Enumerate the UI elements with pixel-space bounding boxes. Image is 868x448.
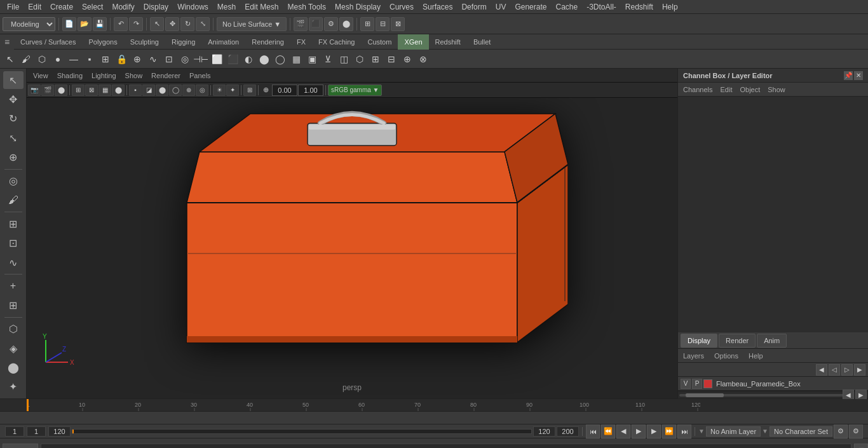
menu-redshift[interactable]: Redshift — [621, 1, 658, 13]
extrude-icon[interactable]: ⬡ — [352, 51, 367, 67]
rotate-tool-icon[interactable]: ↻ — [180, 17, 194, 31]
misc4-btn[interactable]: ✦ — [3, 378, 24, 396]
open-file-icon[interactable]: 📂 — [78, 17, 92, 31]
menu-mesh-display[interactable]: Mesh Display — [330, 1, 385, 13]
frame-field-1[interactable] — [5, 426, 24, 437]
menu-file[interactable]: File — [3, 1, 24, 13]
tab-render[interactable]: Render — [719, 334, 756, 348]
prev-frame-btn[interactable]: ◀ — [616, 424, 630, 438]
command-line-input[interactable] — [41, 444, 851, 449]
tab-edit[interactable]: Edit — [717, 85, 735, 95]
tab-animation[interactable]: Animation — [201, 34, 245, 50]
snap-to-point-icon[interactable]: ⊡ — [161, 51, 177, 67]
snap-pt-btn[interactable]: ⊡ — [3, 234, 24, 252]
menu-cache[interactable]: Cache — [551, 1, 582, 13]
tab-show[interactable]: Show — [765, 85, 788, 95]
options-menu[interactable]: Options — [712, 351, 741, 361]
face-mode-icon[interactable]: ▪ — [82, 51, 97, 67]
render-ball-icon[interactable]: ⬤ — [339, 17, 353, 31]
skip-to-end-btn[interactable]: ⏭ — [677, 424, 691, 438]
menu-modify[interactable]: Modify — [107, 1, 139, 13]
tab-fx[interactable]: FX — [290, 34, 312, 50]
layer-fwd-btn[interactable]: ▷ — [841, 364, 853, 376]
menu-display[interactable]: Display — [139, 1, 173, 13]
menu-edit[interactable]: Edit — [24, 1, 46, 13]
tab-rendering[interactable]: Rendering — [245, 34, 290, 50]
menu-help[interactable]: Help — [658, 1, 682, 13]
tab-xgen[interactable]: XGen — [398, 34, 428, 50]
vp-menu-renderer[interactable]: Renderer — [147, 71, 184, 81]
layer-scrollbar[interactable]: ◀ ▶ — [678, 391, 868, 398]
vp-menu-show[interactable]: Show — [121, 71, 147, 81]
weld-icon[interactable]: ⊕ — [400, 51, 415, 67]
channel-pin-btn[interactable]: 📌 — [844, 71, 853, 80]
menu-mesh[interactable]: Mesh — [213, 1, 240, 13]
layer-color-swatch[interactable] — [703, 379, 712, 388]
canvas-area[interactable]: X Y Z persp — [27, 98, 677, 398]
soft-select-icon[interactable]: ◎ — [177, 51, 193, 67]
python-tab[interactable]: Python — [3, 444, 38, 449]
timeline-scrubber[interactable] — [72, 429, 532, 434]
vp-camera-btn[interactable]: 📷 — [28, 85, 41, 96]
menu-deform[interactable]: Deform — [457, 1, 491, 13]
xray-icon[interactable]: ⬜ — [209, 51, 224, 67]
layer-back-btn[interactable]: ◀ — [816, 364, 827, 376]
script-editor-icon[interactable]: ⊞ — [854, 444, 868, 449]
move-tool-btn[interactable]: ✥ — [3, 90, 24, 108]
vp-light1-btn[interactable]: ☀ — [213, 85, 226, 96]
plus-tool-btn[interactable]: + — [3, 277, 24, 295]
soft-select-btn[interactable]: ◎ — [3, 172, 24, 190]
tab-redshift[interactable]: Redshift — [429, 34, 467, 50]
vp-menu-shading[interactable]: Shading — [53, 71, 86, 81]
vp-menu-view[interactable]: View — [29, 71, 52, 81]
misc2-btn[interactable]: ◈ — [3, 339, 24, 357]
layer-back2-btn[interactable]: ◁ — [829, 364, 840, 376]
tab-channels[interactable]: Channels — [681, 85, 715, 95]
tab-object[interactable]: Object — [737, 85, 763, 95]
render-icon[interactable]: 🎬 — [294, 17, 308, 31]
misc3-btn[interactable]: ⬤ — [3, 358, 24, 376]
frame-range-end[interactable] — [48, 426, 71, 437]
fill-icon[interactable]: ⊟ — [384, 51, 399, 67]
vp-menu-panels[interactable]: Panels — [186, 71, 215, 81]
vp-display4-btn[interactable]: ⬤ — [112, 85, 125, 96]
timeline-ruler[interactable]: 1 10 20 30 40 50 60 — [0, 399, 868, 412]
paint-select-icon[interactable]: 🖌 — [18, 51, 34, 67]
menu-windows[interactable]: Windows — [173, 1, 213, 13]
scale-tool-btn[interactable]: ⤡ — [3, 129, 24, 147]
tab-curves-surfaces[interactable]: Curves / Surfaces — [14, 34, 82, 50]
layer-fwd2-btn[interactable]: ▶ — [854, 364, 865, 376]
lock-icon[interactable]: 🔒 — [114, 51, 129, 67]
redo-icon[interactable]: ↷ — [129, 17, 143, 31]
layers-menu[interactable]: Layers — [681, 351, 707, 361]
anim-layer-btn[interactable]: No Anim Layer — [706, 426, 761, 437]
live-surface-button[interactable]: No Live Surface ▼ — [217, 17, 287, 31]
vertex-mode-icon[interactable]: ● — [50, 51, 65, 67]
tab-rigging[interactable]: Rigging — [165, 34, 201, 50]
snap-to-grid-icon[interactable]: ⊕ — [130, 51, 145, 67]
panel-layout2-icon[interactable]: ⊟ — [376, 17, 390, 31]
paint-tool-btn[interactable]: 🖌 — [3, 191, 24, 209]
panel-layout3-icon[interactable]: ⊠ — [391, 17, 405, 31]
help-menu[interactable]: Help — [746, 351, 766, 361]
vp-shade5-btn[interactable]: ⊕ — [182, 85, 195, 96]
menu-edit-mesh[interactable]: Edit Mesh — [240, 1, 283, 13]
menu-select[interactable]: Select — [78, 1, 107, 13]
vp-cam2-btn[interactable]: 🎬 — [41, 85, 54, 96]
render-seq-icon[interactable]: ⬛ — [309, 17, 323, 31]
display2-icon[interactable]: ◯ — [273, 51, 288, 67]
snap-grid-btn[interactable]: ⊞ — [3, 215, 24, 233]
display3-icon[interactable]: ▦ — [288, 51, 304, 67]
universal-manip-btn[interactable]: ⊕ — [3, 148, 24, 166]
layer-visibility-btn[interactable]: V — [681, 379, 691, 389]
char-set-btn[interactable]: No Character Set — [770, 426, 832, 437]
skip-to-start-btn[interactable]: ⏮ — [586, 424, 600, 438]
vp-display2-btn[interactable]: ⊠ — [85, 85, 98, 96]
menu-uv[interactable]: UV — [491, 1, 511, 13]
scale-tool-icon[interactable]: ⤡ — [196, 17, 210, 31]
tab-fx-caching[interactable]: FX Caching — [312, 34, 361, 50]
vp-menu-lighting[interactable]: Lighting — [88, 71, 120, 81]
color-space-btn[interactable]: sRGB gamma ▼ — [328, 85, 382, 96]
snap-curve-btn[interactable]: ∿ — [3, 254, 24, 271]
vp-coord-x[interactable] — [272, 85, 297, 96]
